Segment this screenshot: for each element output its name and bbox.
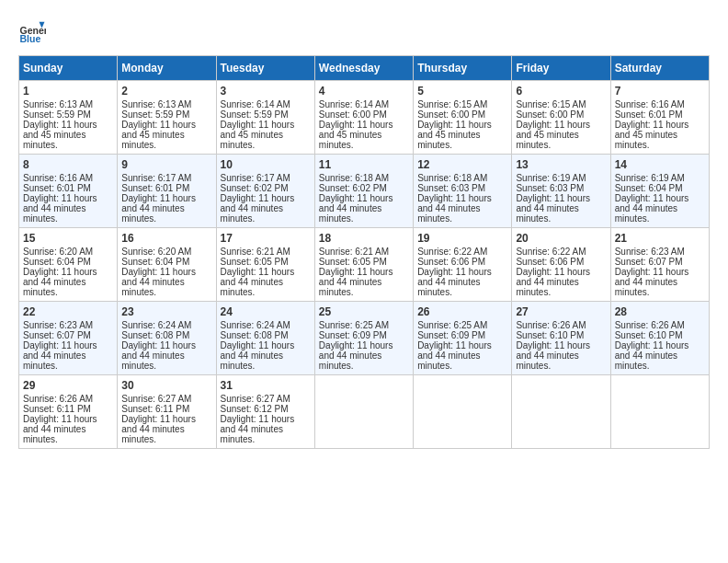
- sunset-label: Sunset: 5:59 PM: [221, 109, 289, 120]
- daylight-label: Daylight: 11 hours and 44 minutes minute…: [121, 267, 196, 297]
- daylight-label: Daylight: 11 hours and 44 minutes minute…: [319, 193, 393, 224]
- calendar-cell: 2Sunrise: 6:13 AMSunset: 5:59 PMDaylight…: [118, 81, 216, 155]
- calendar-cell: 30Sunrise: 6:27 AMSunset: 6:11 PMDayligh…: [118, 375, 216, 449]
- day-number: 14: [615, 158, 705, 171]
- sunrise-label: Sunrise: 6:26 AM: [516, 320, 586, 330]
- day-number: 10: [221, 158, 311, 171]
- calendar-cell: 4Sunrise: 6:14 AMSunset: 6:00 PMDaylight…: [314, 81, 413, 155]
- day-number: 4: [319, 85, 409, 98]
- sunrise-label: Sunrise: 6:20 AM: [23, 247, 93, 257]
- week-row-4: 22Sunrise: 6:23 AMSunset: 6:07 PMDayligh…: [19, 302, 710, 375]
- day-number: 26: [417, 305, 507, 318]
- sunset-label: Sunset: 6:01 PM: [23, 183, 91, 193]
- day-number: 6: [516, 85, 606, 98]
- sunset-label: Sunset: 6:04 PM: [121, 257, 189, 267]
- svg-text:Blue: Blue: [20, 33, 41, 44]
- day-number: 12: [417, 158, 507, 171]
- col-tuesday: Tuesday: [216, 56, 314, 81]
- sunrise-label: Sunrise: 6:27 AM: [221, 394, 290, 404]
- daylight-label: Daylight: 11 hours and 44 minutes minute…: [221, 340, 295, 371]
- day-number: 30: [121, 379, 211, 392]
- sunset-label: Sunset: 6:07 PM: [23, 330, 91, 340]
- day-number: 31: [221, 379, 311, 392]
- calendar-cell: 16Sunrise: 6:20 AMSunset: 6:04 PMDayligh…: [118, 228, 216, 302]
- calendar-cell: 20Sunrise: 6:22 AMSunset: 6:06 PMDayligh…: [512, 228, 610, 302]
- sunset-label: Sunset: 6:00 PM: [319, 109, 387, 120]
- day-number: 22: [23, 305, 113, 318]
- sunset-label: Sunset: 6:05 PM: [221, 257, 289, 267]
- sunset-label: Sunset: 6:02 PM: [319, 183, 387, 193]
- daylight-label: Daylight: 11 hours and 44 minutes minute…: [319, 267, 393, 297]
- day-number: 1: [23, 85, 113, 98]
- sunrise-label: Sunrise: 6:15 AM: [516, 99, 586, 109]
- daylight-label: Daylight: 11 hours and 44 minutes minute…: [516, 193, 590, 224]
- daylight-label: Daylight: 11 hours and 44 minutes minute…: [516, 340, 590, 371]
- daylight-label: Daylight: 11 hours and 45 minutes minute…: [221, 120, 295, 150]
- calendar-cell: 8Sunrise: 6:16 AMSunset: 6:01 PMDaylight…: [19, 155, 118, 228]
- sunrise-label: Sunrise: 6:14 AM: [221, 99, 290, 109]
- calendar-cell: [512, 375, 610, 449]
- col-friday: Friday: [512, 56, 610, 81]
- sunrise-label: Sunrise: 6:17 AM: [221, 173, 290, 183]
- sunrise-label: Sunrise: 6:20 AM: [121, 247, 191, 257]
- daylight-label: Daylight: 11 hours and 44 minutes minute…: [221, 414, 295, 444]
- day-number: 21: [615, 232, 705, 245]
- daylight-label: Daylight: 11 hours and 44 minutes minute…: [23, 193, 97, 224]
- sunrise-label: Sunrise: 6:17 AM: [121, 173, 191, 183]
- day-number: 29: [23, 379, 113, 392]
- calendar-cell: 7Sunrise: 6:16 AMSunset: 6:01 PMDaylight…: [610, 81, 709, 155]
- sunset-label: Sunset: 6:12 PM: [221, 404, 289, 414]
- day-number: 3: [221, 85, 311, 98]
- day-number: 9: [121, 158, 211, 171]
- calendar-cell: 18Sunrise: 6:21 AMSunset: 6:05 PMDayligh…: [314, 228, 413, 302]
- daylight-label: Daylight: 11 hours and 44 minutes minute…: [221, 267, 295, 297]
- sunset-label: Sunset: 6:05 PM: [319, 257, 387, 267]
- sunrise-label: Sunrise: 6:19 AM: [615, 173, 685, 183]
- calendar-cell: 22Sunrise: 6:23 AMSunset: 6:07 PMDayligh…: [19, 302, 118, 375]
- sunset-label: Sunset: 6:07 PM: [615, 257, 683, 267]
- sunrise-label: Sunrise: 6:25 AM: [417, 320, 487, 330]
- calendar-cell: 9Sunrise: 6:17 AMSunset: 6:01 PMDaylight…: [118, 155, 216, 228]
- calendar-cell: 29Sunrise: 6:26 AMSunset: 6:11 PMDayligh…: [19, 375, 118, 449]
- sunset-label: Sunset: 6:04 PM: [23, 257, 91, 267]
- day-number: 28: [615, 305, 705, 318]
- col-saturday: Saturday: [610, 56, 709, 81]
- daylight-label: Daylight: 11 hours and 45 minutes minute…: [23, 120, 97, 150]
- calendar-table: Sunday Monday Tuesday Wednesday Thursday…: [18, 55, 710, 449]
- sunset-label: Sunset: 6:08 PM: [121, 330, 189, 340]
- col-thursday: Thursday: [414, 56, 512, 81]
- calendar-cell: 17Sunrise: 6:21 AMSunset: 6:05 PMDayligh…: [216, 228, 314, 302]
- sunset-label: Sunset: 6:06 PM: [417, 257, 485, 267]
- col-sunday: Sunday: [19, 56, 118, 81]
- sunrise-label: Sunrise: 6:24 AM: [121, 320, 191, 330]
- calendar-cell: 5Sunrise: 6:15 AMSunset: 6:00 PMDaylight…: [414, 81, 512, 155]
- sunrise-label: Sunrise: 6:25 AM: [319, 320, 389, 330]
- sunset-label: Sunset: 6:01 PM: [615, 109, 683, 120]
- sunrise-label: Sunrise: 6:22 AM: [516, 247, 586, 257]
- daylight-label: Daylight: 11 hours and 45 minutes minute…: [319, 120, 393, 150]
- calendar-cell: [414, 375, 512, 449]
- sunset-label: Sunset: 6:03 PM: [417, 183, 485, 193]
- calendar-cell: 12Sunrise: 6:18 AMSunset: 6:03 PMDayligh…: [414, 155, 512, 228]
- calendar-cell: 23Sunrise: 6:24 AMSunset: 6:08 PMDayligh…: [118, 302, 216, 375]
- sunset-label: Sunset: 6:10 PM: [516, 330, 584, 340]
- calendar-cell: 25Sunrise: 6:25 AMSunset: 6:09 PMDayligh…: [314, 302, 413, 375]
- daylight-label: Daylight: 11 hours and 45 minutes minute…: [417, 120, 492, 150]
- week-row-5: 29Sunrise: 6:26 AMSunset: 6:11 PMDayligh…: [19, 375, 710, 449]
- week-row-2: 8Sunrise: 6:16 AMSunset: 6:01 PMDaylight…: [19, 155, 710, 228]
- sunset-label: Sunset: 6:03 PM: [516, 183, 584, 193]
- sunset-label: Sunset: 6:09 PM: [417, 330, 485, 340]
- week-row-1: 1Sunrise: 6:13 AMSunset: 5:59 PMDaylight…: [19, 81, 710, 155]
- sunset-label: Sunset: 6:04 PM: [615, 183, 683, 193]
- sunrise-label: Sunrise: 6:23 AM: [23, 320, 93, 330]
- sunset-label: Sunset: 5:59 PM: [23, 109, 91, 120]
- sunrise-label: Sunrise: 6:26 AM: [615, 320, 685, 330]
- calendar-cell: 24Sunrise: 6:24 AMSunset: 6:08 PMDayligh…: [216, 302, 314, 375]
- daylight-label: Daylight: 11 hours and 45 minutes minute…: [615, 120, 689, 150]
- day-number: 27: [516, 305, 606, 318]
- calendar-cell: 15Sunrise: 6:20 AMSunset: 6:04 PMDayligh…: [19, 228, 118, 302]
- sunset-label: Sunset: 6:01 PM: [121, 183, 189, 193]
- day-number: 20: [516, 232, 606, 245]
- sunset-label: Sunset: 6:10 PM: [615, 330, 683, 340]
- day-number: 11: [319, 158, 409, 171]
